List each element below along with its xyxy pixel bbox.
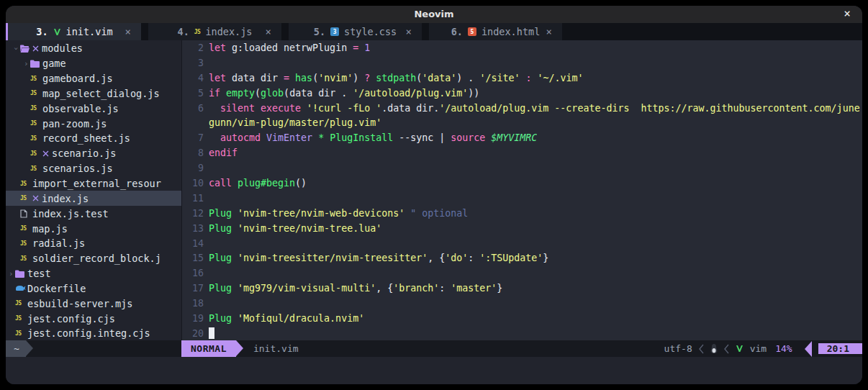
neovim-window: Neovim × 3.init.vim×4.JSindex.js×5.3styl… xyxy=(6,6,862,384)
html-icon: 5 xyxy=(468,27,476,36)
code-line-9[interactable]: 9 xyxy=(182,160,862,176)
line-number: 20 xyxy=(182,328,204,339)
tree-item-Dockerfile[interactable]: Dockerfile xyxy=(6,281,181,296)
tab-close-icon[interactable]: × xyxy=(406,26,412,37)
tab-index.html[interactable]: 6.5index.html× xyxy=(429,23,562,40)
code-line-16[interactable]: 16 xyxy=(182,266,862,281)
line-number: 15 xyxy=(182,253,204,263)
tree-item-label: record_sheet.js xyxy=(42,132,130,144)
code-line-10[interactable]: 10call plug#begin() xyxy=(182,176,862,191)
tab-number: 6. xyxy=(451,26,463,37)
tab-close-icon[interactable]: × xyxy=(125,26,131,37)
code-text: if empty(glob(data_dir . '/autoload/plug… xyxy=(209,88,479,99)
code-line-15[interactable]: 15Plug 'nvim-treesitter/nvim-treesitter'… xyxy=(182,250,862,266)
tree-item-jest.config.integ.cjs[interactable]: JSjest.config.integ.cjs xyxy=(6,326,181,340)
tree-item-label: Dockerfile xyxy=(27,283,86,294)
code-line-3[interactable]: 3 xyxy=(182,55,862,71)
editor-pane[interactable]: 2let g:loaded_netrwPlugin = 134let data_… xyxy=(182,40,862,340)
code-line-8[interactable]: 8endif xyxy=(182,145,862,160)
tabline: 3.init.vim×4.JSindex.js×5.3style.css×6.5… xyxy=(6,23,862,40)
tree-item-map_select_dialog.js[interactable]: JSmap_select_dialog.js xyxy=(6,86,181,101)
powerline-arrow-icon xyxy=(805,341,812,357)
line-number: 9 xyxy=(182,163,204,173)
code-text: Plug 'nvim-tree/nvim-web-devicons' " opt… xyxy=(209,208,468,219)
tree-item-test[interactable]: ›test xyxy=(6,266,181,281)
tab-init.vim[interactable]: 3.init.vim× xyxy=(8,23,141,40)
tree-item-radial.js[interactable]: JSradial.js xyxy=(6,236,181,251)
code-line-4[interactable]: 4let data_dir = has('nvim') ? stdpath('d… xyxy=(182,71,862,86)
tree-item-pan-zoom.js[interactable]: JSpan-zoom.js xyxy=(6,116,181,131)
line-number: 11 xyxy=(182,193,204,204)
tree-item-label: index.js xyxy=(42,193,89,204)
code-line-7[interactable]: 7 autocmd VimEnter * PlugInstall --sync … xyxy=(182,130,862,145)
code-line-5[interactable]: 5if empty(glob(data_dir . '/autoload/plu… xyxy=(182,86,862,101)
code-text: Plug 'nvim-tree/nvim-tree.lua' xyxy=(209,223,381,234)
code-line-14[interactable]: 14 xyxy=(182,236,862,251)
tree-item-import_external_resour[interactable]: JSimport_external_resour xyxy=(6,176,181,191)
window-title: Neovim xyxy=(6,6,862,23)
xmark-icon xyxy=(42,150,49,157)
code-line-wrap[interactable]: gunn/vim-plug/master/plug.vim' xyxy=(182,115,862,130)
tab-style.css[interactable]: 5.3style.css× xyxy=(289,23,422,40)
js-icon: JS xyxy=(15,315,22,322)
code-line-12[interactable]: 12Plug 'nvim-tree/nvim-web-devicons' " o… xyxy=(182,206,862,221)
tree-statusline-tilde: ~ xyxy=(6,340,26,357)
code-line-11[interactable]: 11 xyxy=(182,191,862,206)
tree-item-index.js.test[interactable]: index.js.test xyxy=(6,206,181,221)
tree-item-scenario.js[interactable]: JSscenario.js xyxy=(6,146,181,161)
code-line-20[interactable]: 20 xyxy=(182,326,862,340)
tree-item-modules[interactable]: ›modules xyxy=(6,41,181,56)
command-line-area[interactable] xyxy=(6,357,862,384)
tree-item-label: map.js xyxy=(32,223,68,235)
code-line-19[interactable]: 19Plug 'Mofiqul/dracula.nvim' xyxy=(182,311,862,326)
chevron-closed-icon[interactable]: › xyxy=(24,59,30,68)
js-icon: JS xyxy=(194,29,201,35)
code-line-6[interactable]: 6 silent execute '!curl -fLo '.data_dir.… xyxy=(182,101,862,116)
tree-item-soldier_record_block.j[interactable]: JSsoldier_record_block.j xyxy=(6,251,181,266)
tab-index.js[interactable]: 4.JSindex.js× xyxy=(148,23,281,40)
js-icon: JS xyxy=(20,240,27,247)
file-tree-sidebar: ›modules›gameJSgameboard.jsJSmap_select_… xyxy=(6,40,181,340)
js-icon: JS xyxy=(30,165,37,172)
code-line-2[interactable]: 2let g:loaded_netrwPlugin = 1 xyxy=(182,40,862,55)
tree-item-index.js[interactable]: JSindex.js xyxy=(6,191,181,206)
tree-item-label: jest.config.cjs xyxy=(27,313,115,325)
tree-item-map.js[interactable]: JSmap.js xyxy=(6,221,181,236)
line-number: 14 xyxy=(182,238,204,249)
code-line-13[interactable]: 13Plug 'nvim-tree/nvim-tree.lua' xyxy=(182,221,862,236)
tab-number: 4. xyxy=(178,26,189,37)
os-icon xyxy=(710,344,718,353)
tab-close-icon[interactable]: × xyxy=(546,26,552,37)
tree-item-label: soldier_record_block.j xyxy=(32,253,161,264)
tree-item-observable.js[interactable]: JSobservable.js xyxy=(6,101,181,116)
powerline-arrow-icon xyxy=(236,340,243,356)
tree-item-esbuild-server.mjs[interactable]: JSesbuild-server.mjs xyxy=(6,296,181,311)
code-text: let data_dir = has('nvim') ? stdpath('da… xyxy=(209,73,584,83)
tree-item-label: modules xyxy=(42,42,83,54)
whale-icon xyxy=(15,284,26,292)
tree-item-scenarios.js[interactable]: JSscenarios.js xyxy=(6,161,181,176)
tree-item-record_sheet.js[interactable]: JSrecord_sheet.js xyxy=(6,131,181,146)
tab-close-icon[interactable]: × xyxy=(266,26,271,37)
statusline: ~ NORMAL init.vim utf-8 v xyxy=(6,340,862,357)
line-number: 4 xyxy=(182,73,204,83)
tree-item-label: map_select_dialog.js xyxy=(42,88,160,99)
tree-item-game[interactable]: ›game xyxy=(6,56,181,71)
window-close-icon[interactable]: × xyxy=(844,6,851,23)
code-line-17[interactable]: 17Plug 'mg979/vim-visual-multi', {'branc… xyxy=(182,281,862,296)
line-number: 18 xyxy=(182,298,204,309)
tree-item-label: scenario.js xyxy=(52,148,116,159)
chevron-closed-icon[interactable]: › xyxy=(9,269,15,278)
chevron-open-icon[interactable]: › xyxy=(14,44,20,53)
text-cursor xyxy=(209,327,214,339)
editor-statusline: NORMAL init.vim utf-8 vim 14% xyxy=(181,340,862,357)
tree-item-jest.config.cjs[interactable]: JSjest.config.cjs xyxy=(6,311,181,326)
code-line-18[interactable]: 18 xyxy=(182,296,862,311)
code-text: Plug 'mg979/vim-visual-multi', {'branch'… xyxy=(209,283,502,294)
line-number: 8 xyxy=(182,148,204,158)
js-icon: JS xyxy=(20,255,27,262)
folder-icon xyxy=(30,60,40,68)
tree-item-gameboard.js[interactable]: JSgameboard.js xyxy=(6,71,181,86)
js-icon: JS xyxy=(20,195,27,201)
folder-icon xyxy=(15,270,24,278)
